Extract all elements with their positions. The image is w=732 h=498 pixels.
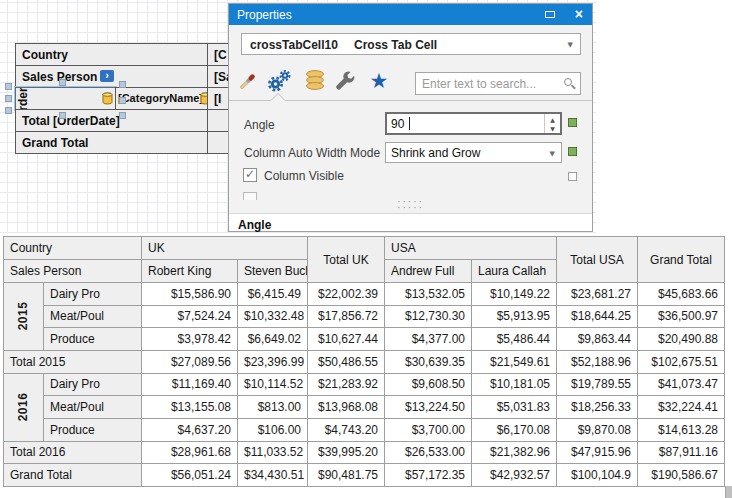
value-cell: $19,789.55: [557, 373, 638, 396]
value-cell: $9,863.44: [557, 328, 638, 351]
value-cell: $57,172.35: [385, 464, 472, 487]
value-cell: $36,500.97: [638, 305, 725, 328]
float-window-icon[interactable]: [545, 11, 555, 18]
column-visible-label: Column Visible: [264, 169, 344, 183]
selection-handle[interactable]: [59, 112, 66, 119]
selection-handle[interactable]: [119, 112, 126, 119]
value-cell: $18,256.33: [557, 396, 638, 419]
value-cell: $10,181.05: [472, 373, 557, 396]
designer-cell-grand-total[interactable]: Grand Total: [15, 131, 208, 154]
value-cell: $11,033.52: [238, 441, 308, 464]
category-cell: Meat/Poul: [44, 396, 142, 419]
header-sales-person: Sales Person: [4, 260, 142, 283]
database-icon: [303, 68, 327, 94]
component-selector-combobox[interactable]: crossTabCell10 Cross Tab Cell ▼: [241, 33, 581, 55]
selection-handle[interactable]: [5, 83, 12, 90]
value-cell: $6,170.08: [472, 418, 557, 441]
table-row: Total 2015 $27,089.56 $23,396.99 $50,486…: [4, 350, 725, 373]
tab-favorites[interactable]: ★: [366, 68, 392, 96]
rotated-orderdate-text: rder: [16, 87, 30, 110]
scrollbar-fragment[interactable]: [725, 486, 732, 498]
panel-splitter[interactable]: ··········: [229, 200, 592, 212]
spin-down-icon[interactable]: ▼: [545, 125, 560, 135]
value-cell: $13,968.08: [308, 396, 385, 419]
property-description-area: Angle: [229, 213, 592, 231]
field-binding-icon: [102, 92, 113, 108]
value-cell: $18,644.25: [557, 305, 638, 328]
selection-handle[interactable]: [59, 79, 66, 86]
value-cell: $13,224.50: [385, 396, 472, 419]
value-cell: $39,995.20: [308, 441, 385, 464]
grand-total-row-label: Grand Total: [4, 464, 142, 487]
category-cell: Meat/Poul: [44, 305, 142, 328]
search-icon: [564, 78, 572, 86]
value-cell: $10,627.44: [308, 328, 385, 351]
value-cell: $47,915.96: [557, 441, 638, 464]
component-name: crossTabCell10: [250, 38, 338, 52]
value-cell: $34,430.51: [238, 464, 308, 487]
value-cell: $23,396.99: [238, 350, 308, 373]
search-input[interactable]: [422, 75, 554, 92]
value-cell: $45,683.66: [638, 283, 725, 306]
value-cell: $15,586.90: [142, 283, 238, 306]
table-row: Total 2016 $28,961.68 $11,033.52 $39,995…: [4, 441, 725, 464]
value-cell: $13,532.05: [385, 283, 472, 306]
value-cell: $10,332.48: [238, 305, 308, 328]
value-cell: $32,224.41: [638, 396, 725, 419]
width-mode-value: Shrink and Grow: [391, 146, 480, 160]
value-cell: $30,639.35: [385, 350, 472, 373]
value-cell: $23,681.27: [557, 283, 638, 306]
close-icon[interactable]: ×: [575, 6, 583, 22]
value-cell: $106.00: [238, 418, 308, 441]
value-cell: $27,089.56: [142, 350, 238, 373]
tab-layout[interactable]: [333, 68, 359, 96]
column-visible-checkbox[interactable]: ✓: [243, 168, 257, 182]
value-cell: $20,490.88: [638, 328, 725, 351]
selection-handle[interactable]: [5, 107, 12, 114]
value-cell: $50,486.55: [308, 350, 385, 373]
tab-data[interactable]: [302, 68, 328, 96]
value-cell: $190,586.67: [638, 464, 725, 487]
value-cell: $90,481.75: [308, 464, 385, 487]
value-cell: $9,608.50: [385, 373, 472, 396]
angle-input[interactable]: 90 ▲ ▼: [385, 112, 562, 135]
selection-handle[interactable]: [119, 97, 126, 104]
selection-handle[interactable]: [119, 81, 126, 88]
designer-cell-category-field[interactable]: [CategoryName]: [115, 87, 208, 110]
component-type: Cross Tab Cell: [354, 38, 437, 52]
table-row: 2015 Dairy Pro $15,586.90 $6,415.49 $22,…: [4, 283, 725, 306]
tab-appearance[interactable]: [235, 68, 261, 96]
value-cell: $813.00: [238, 396, 308, 419]
header-total-uk: Total UK: [308, 237, 385, 283]
tab-behavior-selected[interactable]: [266, 68, 292, 96]
column-visible-indicator[interactable]: [568, 172, 577, 181]
width-mode-modified-indicator[interactable]: [568, 147, 577, 156]
selection-handle[interactable]: [5, 95, 12, 102]
header-steven-buch: Steven Buch: [238, 260, 308, 283]
chevron-down-icon: ▼: [568, 41, 573, 49]
column-auto-width-mode-dropdown[interactable]: Shrink and Grow ▼: [385, 142, 562, 163]
header-robert-king: Robert King: [142, 260, 238, 283]
property-search: [415, 72, 581, 95]
category-cell: Produce: [44, 418, 142, 441]
value-cell: $17,856.72: [308, 305, 385, 328]
clipped-checkbox: [243, 192, 257, 200]
angle-modified-indicator[interactable]: [568, 118, 577, 127]
spin-buttons[interactable]: ▲ ▼: [544, 114, 560, 133]
category-cell: Dairy Pro: [44, 373, 142, 396]
value-cell: $22,002.39: [308, 283, 385, 306]
properties-titlebar[interactable]: Properties ×: [229, 4, 592, 25]
year-2015-cell: 2015: [4, 283, 44, 351]
value-cell: $52,188.96: [557, 350, 638, 373]
angle-label: Angle: [244, 118, 275, 132]
year-2016-cell: 2016: [4, 373, 44, 441]
value-cell: $14,613.28: [638, 418, 725, 441]
designer-cell-country[interactable]: Country: [15, 43, 208, 66]
value-cell: $7,524.24: [142, 305, 238, 328]
designer-cell-total-orderdate[interactable]: Total [OrderDate]: [15, 109, 208, 132]
smart-tag-button[interactable]: ›: [100, 70, 114, 82]
category-field-label: [CategoryName]: [118, 92, 203, 104]
designer-cell-orderdate-selected[interactable]: rder: [15, 87, 116, 110]
value-cell: $5,913.95: [472, 305, 557, 328]
table-row: Produce $3,978.42 $6,649.02 $10,627.44 $…: [4, 328, 725, 351]
